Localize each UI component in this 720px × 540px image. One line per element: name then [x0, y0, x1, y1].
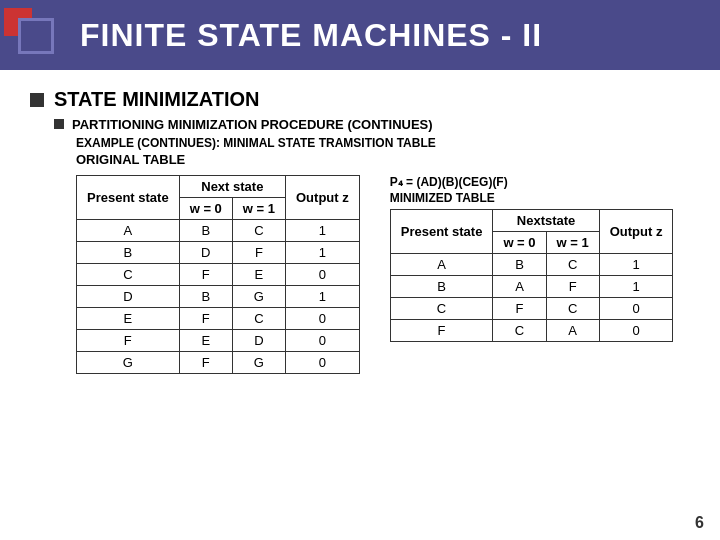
- state-cell: A: [77, 220, 180, 242]
- blue-square: [18, 18, 54, 54]
- state-cell: F: [77, 330, 180, 352]
- minimized-label: MINIMIZED TABLE: [390, 191, 674, 205]
- main-bullet-icon: [30, 93, 44, 107]
- orig-output-header: Output z: [286, 176, 360, 220]
- state-cell: B: [77, 242, 180, 264]
- page-number: 6: [695, 514, 704, 532]
- orig-present-state-header: Present state: [77, 176, 180, 220]
- min-w0-header: w = 0: [493, 232, 546, 254]
- w1-cell: A: [546, 320, 599, 342]
- w0-cell: B: [179, 220, 232, 242]
- sub-bullet-icon: [54, 119, 64, 129]
- w0-cell: F: [493, 298, 546, 320]
- sub-bullet-row: PARTITIONING MINIMIZATION PROCEDURE (CON…: [54, 117, 690, 132]
- state-cell: D: [77, 286, 180, 308]
- w0-cell: A: [493, 276, 546, 298]
- table-row: F E D 0: [77, 330, 360, 352]
- output-cell: 0: [286, 308, 360, 330]
- minimized-table: Present state Nextstate Output z w = 0 w…: [390, 209, 674, 342]
- table-row: E F C 0: [77, 308, 360, 330]
- example-line: EXAMPLE (CONTINUES): MINIMAL STATE TRAMS…: [76, 136, 690, 150]
- w0-cell: B: [493, 254, 546, 276]
- header-decoration: [0, 0, 60, 70]
- table-row: D B G 1: [77, 286, 360, 308]
- example-text: EXAMPLE (CONTINUES): MINIMAL STATE TRAMS…: [76, 136, 436, 150]
- w1-cell: E: [232, 264, 285, 286]
- slide-content: STATE MINIMIZATION PARTITIONING MINIMIZA…: [0, 70, 720, 392]
- w1-cell: G: [232, 286, 285, 308]
- state-cell: C: [390, 298, 493, 320]
- output-cell: 0: [286, 330, 360, 352]
- min-output-header: Output z: [599, 210, 673, 254]
- w0-cell: C: [493, 320, 546, 342]
- w1-cell: C: [232, 220, 285, 242]
- orig-w0-header: w = 0: [179, 198, 232, 220]
- table-row: C F C 0: [390, 298, 673, 320]
- output-cell: 1: [286, 286, 360, 308]
- w0-cell: F: [179, 308, 232, 330]
- state-cell: G: [77, 352, 180, 374]
- w0-cell: E: [179, 330, 232, 352]
- w0-cell: F: [179, 264, 232, 286]
- table-row: B D F 1: [77, 242, 360, 264]
- sub-bullet-label: PARTITIONING MINIMIZATION PROCEDURE (CON…: [72, 117, 433, 132]
- output-cell: 0: [286, 352, 360, 374]
- output-cell: 1: [286, 220, 360, 242]
- min-next-state-header: Nextstate: [493, 210, 599, 232]
- state-cell: A: [390, 254, 493, 276]
- slide-header: FINITE STATE MACHINES - II: [0, 0, 720, 70]
- original-table: Present state Next state Output z w = 0 …: [76, 175, 360, 374]
- w1-cell: F: [546, 276, 599, 298]
- output-cell: 1: [599, 254, 673, 276]
- table-row: C F E 0: [77, 264, 360, 286]
- table-row: A B C 1: [390, 254, 673, 276]
- output-cell: 0: [599, 298, 673, 320]
- output-cell: 1: [599, 276, 673, 298]
- orig-w1-header: w = 1: [232, 198, 285, 220]
- w0-cell: F: [179, 352, 232, 374]
- slide-title: FINITE STATE MACHINES - II: [80, 17, 542, 54]
- table-row: G F G 0: [77, 352, 360, 374]
- state-cell: E: [77, 308, 180, 330]
- orig-next-state-header: Next state: [179, 176, 285, 198]
- original-table-label: ORIGINAL TABLE: [76, 152, 690, 167]
- min-present-state-header: Present state: [390, 210, 493, 254]
- w0-cell: D: [179, 242, 232, 264]
- minimized-area: P₄ = (AD)(B)(CEG)(F) MINIMIZED TABLE Pre…: [390, 175, 674, 342]
- w1-cell: C: [546, 254, 599, 276]
- state-cell: C: [77, 264, 180, 286]
- table-row: A B C 1: [77, 220, 360, 242]
- main-bullet-label: STATE MINIMIZATION: [54, 88, 260, 111]
- state-cell: B: [390, 276, 493, 298]
- main-bullet-row: STATE MINIMIZATION: [30, 88, 690, 111]
- output-cell: 0: [599, 320, 673, 342]
- min-w1-header: w = 1: [546, 232, 599, 254]
- w0-cell: B: [179, 286, 232, 308]
- w1-cell: G: [232, 352, 285, 374]
- state-cell: F: [390, 320, 493, 342]
- output-cell: 0: [286, 264, 360, 286]
- w1-cell: C: [232, 308, 285, 330]
- table-row: F C A 0: [390, 320, 673, 342]
- tables-row: Present state Next state Output z w = 0 …: [76, 175, 690, 374]
- table-row: B A F 1: [390, 276, 673, 298]
- w1-cell: D: [232, 330, 285, 352]
- p4-formula: P₄ = (AD)(B)(CEG)(F): [390, 175, 674, 189]
- output-cell: 1: [286, 242, 360, 264]
- w1-cell: F: [232, 242, 285, 264]
- w1-cell: C: [546, 298, 599, 320]
